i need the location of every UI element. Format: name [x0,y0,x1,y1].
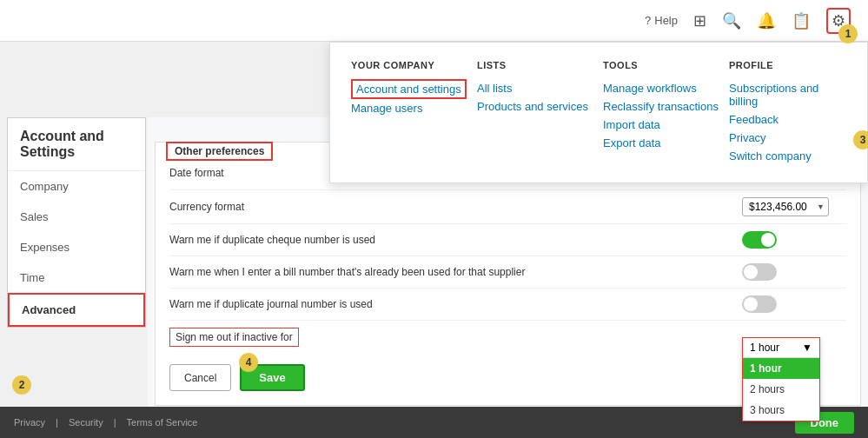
help-link[interactable]: ? Help [645,14,678,27]
bill-number-label: Warn me when I enter a bill number that'… [169,266,742,278]
nav-expenses[interactable]: Expenses [8,232,145,262]
toggle-knob-2 [744,265,758,279]
menu-item-manage-users[interactable]: Manage users [351,99,468,117]
annotation-2: 2 [12,375,31,395]
currency-format-control: $123,456.00 $123.456,00 [742,197,846,216]
menu-item-privacy[interactable]: Privacy [729,129,846,147]
nav-company[interactable]: Company [8,171,145,202]
nav-time[interactable]: Time [8,262,145,293]
menu-item-reclassify[interactable]: Reclassify transactions [603,97,720,116]
footer-security[interactable]: Security [69,417,103,428]
duplicate-cheque-toggle-wrapper [742,231,846,249]
timeout-chevron: ▼ [802,342,812,354]
menu-col-tools: TOOLS Manage workflows Reclassify transa… [603,60,720,165]
timeout-option-3hours[interactable]: 3 hours [743,400,819,421]
search-icon[interactable]: 🔍 [722,11,741,30]
menu-item-all-lists[interactable]: All lists [477,79,594,97]
duplicate-journal-toggle[interactable] [742,295,777,313]
menu-item-workflows[interactable]: Manage workflows [603,79,720,97]
bill-number-toggle-wrapper [742,263,846,281]
menu-item-feedback[interactable]: Feedback [729,110,846,129]
clipboard-icon[interactable]: 📋 [792,11,811,30]
timeout-header[interactable]: 1 hour ▼ [743,338,819,358]
timeout-option-2hours[interactable]: 2 hours [743,379,819,400]
menu-item-account-settings[interactable]: Account and settings [351,79,467,99]
currency-format-select-wrapper: $123,456.00 $123.456,00 [742,197,829,216]
duplicate-cheque-label: Warn me if duplicate cheque number is us… [169,234,742,246]
section-title-other-preferences: Other preferences [166,142,273,161]
toggle-knob [761,233,775,247]
signout-row: Sign me out if inactive for 1 hour ▼ 1 h… [169,321,846,354]
menu-heading-profile: PROFILE [729,60,846,70]
menu-heading-company: YOUR COMPANY [351,60,468,70]
signout-container: Sign me out if inactive for [169,328,742,347]
top-nav-bar: ? Help ⊞ 🔍 🔔 📋 ⚙ [0,0,868,42]
menu-item-switch-company[interactable]: Switch company [729,147,846,165]
bell-icon[interactable]: 🔔 [757,11,776,30]
timeout-dropdown: 1 hour ▼ 1 hour 2 hours 3 hours [742,337,820,421]
menu-col-profile: PROFILE Subscriptions and billing Feedba… [729,60,846,165]
bill-number-row: Warn me when I enter a bill number that'… [169,256,846,289]
cancel-button[interactable]: Cancel [169,364,231,391]
question-icon: ? [645,14,651,27]
duplicate-cheque-row: Warn me if duplicate cheque number is us… [169,224,846,256]
grid-icon[interactable]: ⊞ [693,11,706,30]
nav-sales[interactable]: Sales [8,202,145,232]
menu-item-import[interactable]: Import data [603,116,720,134]
duplicate-cheque-toggle[interactable] [742,231,777,249]
footer-bar: Privacy | Security | Terms of Service Do… [0,407,868,438]
help-label: Help [654,14,678,27]
toggle-knob-3 [744,297,758,311]
bill-number-toggle[interactable] [742,263,777,281]
menu-heading-tools: TOOLS [603,60,720,70]
duplicate-journal-row: Warn me if duplicate journal number is u… [169,289,846,321]
menu-item-subscriptions[interactable]: Subscriptions and billing [729,79,846,110]
settings-title: Account and Settings [8,118,145,171]
timeout-current-value: 1 hour [750,342,779,354]
nav-advanced[interactable]: Advanced [8,293,145,327]
menu-heading-lists: LISTS [477,60,594,70]
save-button[interactable]: Save [240,364,304,391]
currency-format-select[interactable]: $123,456.00 $123.456,00 [742,197,829,216]
timeout-option-1hour[interactable]: 1 hour [743,358,819,379]
footer-separator-2: | [114,417,116,428]
duplicate-journal-toggle-wrapper [742,295,846,313]
footer-privacy[interactable]: Privacy [14,417,45,428]
footer-links: Privacy | Security | Terms of Service [14,417,197,428]
mega-menu: YOUR COMPANY Account and settings Manage… [329,42,868,183]
gear-icon[interactable]: ⚙ [826,8,851,34]
footer-terms[interactable]: Terms of Service [127,417,198,428]
duplicate-journal-label: Warn me if duplicate journal number is u… [169,298,742,310]
menu-col-lists: LISTS All lists Products and services [477,60,594,165]
menu-col-company: YOUR COMPANY Account and settings Manage… [351,60,468,165]
settings-panel: Account and Settings Company Sales Expen… [7,117,146,328]
signout-label: Sign me out if inactive for [169,328,299,347]
currency-format-row: Currency format $123,456.00 $123.456,00 [169,190,846,224]
currency-format-label: Currency format [169,201,742,213]
menu-item-products-services[interactable]: Products and services [477,97,594,116]
menu-item-export[interactable]: Export data [603,134,720,152]
footer-separator-1: | [56,417,58,428]
